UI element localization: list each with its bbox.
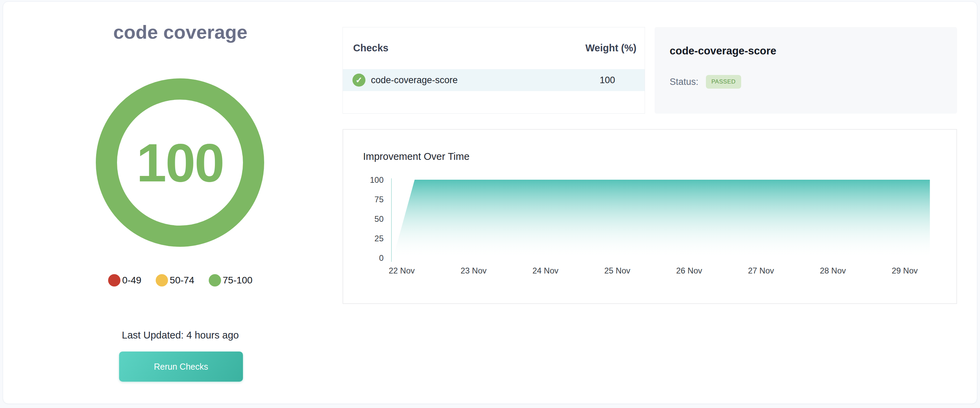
rerun-checks-button[interactable]: Rerun Checks bbox=[119, 352, 243, 382]
svg-text:29 Nov: 29 Nov bbox=[892, 266, 918, 275]
improvement-chart-panel: Improvement Over Time 100755025022 Nov23… bbox=[342, 129, 957, 304]
red-dot-icon bbox=[108, 274, 121, 287]
svg-text:0: 0 bbox=[379, 253, 383, 263]
dashboard-card: code coverage 100 0-49 50-74 75-100 Last… bbox=[3, 2, 977, 404]
check-detail-panel: code-coverage-score Status: PASSED bbox=[655, 27, 957, 114]
status-label: Status: bbox=[670, 76, 698, 87]
svg-text:26 Nov: 26 Nov bbox=[676, 266, 702, 275]
yellow-dot-icon bbox=[156, 274, 168, 287]
svg-text:28 Nov: 28 Nov bbox=[820, 266, 846, 275]
svg-text:27 Nov: 27 Nov bbox=[748, 266, 774, 275]
svg-text:22 Nov: 22 Nov bbox=[389, 266, 415, 275]
status-badge: PASSED bbox=[706, 75, 741, 89]
legend-label: 0-49 bbox=[122, 275, 141, 286]
check-weight-value: 100 bbox=[578, 75, 636, 86]
checks-column-header: Checks bbox=[353, 43, 388, 54]
legend-label: 50-74 bbox=[170, 275, 194, 286]
legend-item-high: 75-100 bbox=[209, 274, 253, 287]
svg-text:24 Nov: 24 Nov bbox=[533, 266, 558, 275]
score-value: 100 bbox=[137, 135, 224, 190]
svg-text:25: 25 bbox=[374, 234, 383, 243]
improvement-area-chart: 100755025022 Nov23 Nov24 Nov25 Nov26 Nov… bbox=[343, 130, 956, 303]
svg-text:100: 100 bbox=[370, 175, 383, 185]
svg-text:75: 75 bbox=[374, 195, 383, 204]
status-row: Status: PASSED bbox=[670, 75, 741, 89]
last-updated-text: Last Updated: 4 hours ago bbox=[60, 330, 300, 341]
legend-item-low: 0-49 bbox=[108, 274, 141, 287]
score-gauge: 100 bbox=[96, 78, 264, 247]
weight-column-header: Weight (%) bbox=[578, 43, 636, 54]
score-legend: 0-49 50-74 75-100 bbox=[60, 274, 300, 287]
svg-text:25 Nov: 25 Nov bbox=[604, 266, 630, 275]
svg-text:50: 50 bbox=[374, 214, 383, 223]
check-circle-icon: ✓ bbox=[352, 73, 366, 87]
page-title: code coverage bbox=[60, 21, 300, 43]
legend-label: 75-100 bbox=[223, 275, 253, 286]
table-row-code-coverage-score[interactable]: ✓ code-coverage-score 100 bbox=[343, 69, 645, 91]
green-dot-icon bbox=[209, 274, 221, 287]
check-name: code-coverage-score bbox=[371, 75, 458, 86]
svg-text:23 Nov: 23 Nov bbox=[461, 266, 487, 275]
check-detail-title: code-coverage-score bbox=[670, 45, 776, 57]
checks-table-panel: Checks Weight (%) ✓ code-coverage-score … bbox=[342, 27, 645, 114]
legend-item-mid: 50-74 bbox=[156, 274, 194, 287]
